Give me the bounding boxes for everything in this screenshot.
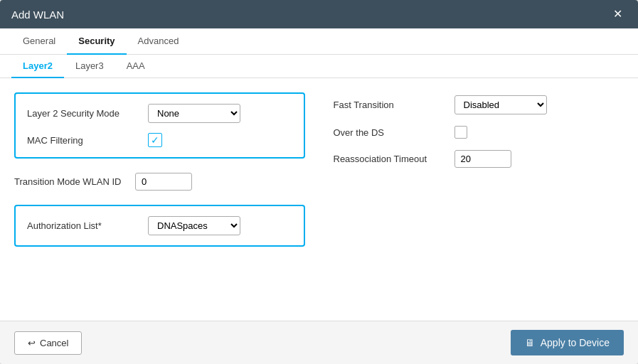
fast-transition-label: Fast Transition xyxy=(334,100,447,110)
mac-filtering-checkbox-cell[interactable]: ✓ xyxy=(148,133,162,147)
cancel-label: Cancel xyxy=(40,338,68,348)
over-ds-label: Over the DS xyxy=(334,127,447,138)
sub-tabs: Layer2 Layer3 AAA xyxy=(0,55,638,78)
security-mode-row: Layer 2 Security Mode None WPA+WPA2 802.… xyxy=(27,104,292,123)
right-panel: Fast Transition Disabled Enable Adaptive… xyxy=(334,92,624,306)
security-mode-label: Layer 2 Security Mode xyxy=(27,108,141,119)
modal-title: Add WLAN xyxy=(11,9,64,21)
tab-aaa[interactable]: AAA xyxy=(115,55,156,78)
tab-security[interactable]: Security xyxy=(67,28,126,55)
reassociation-timeout-row: Reassociation Timeout xyxy=(334,150,624,168)
tab-advanced[interactable]: Advanced xyxy=(127,28,191,55)
auth-list-select[interactable]: DNASpaces Default Custom xyxy=(148,216,240,235)
cancel-icon: ↩ xyxy=(28,338,36,348)
auth-list-row: Authorization List* DNASpaces Default Cu… xyxy=(27,216,292,235)
tab-layer2[interactable]: Layer2 xyxy=(11,55,64,78)
modal-close-button[interactable]: ✕ xyxy=(609,7,627,21)
left-panel: Layer 2 Security Mode None WPA+WPA2 802.… xyxy=(14,92,305,306)
mac-filtering-label: MAC Filtering xyxy=(27,135,141,146)
over-ds-row: Over the DS xyxy=(334,126,624,139)
reassociation-timeout-input[interactable] xyxy=(454,150,511,168)
security-mode-select[interactable]: None WPA+WPA2 802.1X xyxy=(148,104,240,123)
fast-transition-select[interactable]: Disabled Enable Adaptive xyxy=(454,95,547,114)
transition-mode-row: Transition Mode WLAN ID xyxy=(14,167,305,196)
modal-footer: ↩ Cancel 🖥 Apply to Device xyxy=(0,321,638,364)
apply-icon: 🖥 xyxy=(525,337,535,348)
mac-filtering-row: MAC Filtering ✓ xyxy=(27,133,292,147)
apply-to-device-button[interactable]: 🖥 Apply to Device xyxy=(511,330,624,355)
tab-layer3[interactable]: Layer3 xyxy=(64,55,115,78)
apply-label: Apply to Device xyxy=(541,337,610,348)
tab-general[interactable]: General xyxy=(11,28,67,55)
transition-mode-label: Transition Mode WLAN ID xyxy=(14,176,128,187)
transition-mode-input[interactable] xyxy=(135,173,192,191)
modal-header: Add WLAN ✕ xyxy=(0,0,638,28)
auth-list-label: Authorization List* xyxy=(27,220,141,231)
over-ds-checkbox[interactable] xyxy=(454,126,467,139)
modal-body: Layer 2 Security Mode None WPA+WPA2 802.… xyxy=(0,78,638,321)
auth-list-box: Authorization List* DNASpaces Default Cu… xyxy=(14,205,305,247)
reassociation-timeout-label: Reassociation Timeout xyxy=(334,154,447,164)
security-mac-box: Layer 2 Security Mode None WPA+WPA2 802.… xyxy=(14,92,305,159)
fast-transition-row: Fast Transition Disabled Enable Adaptive xyxy=(334,95,624,114)
mac-filtering-check: ✓ xyxy=(151,135,159,145)
add-wlan-modal: Add WLAN ✕ General Security Advanced Lay… xyxy=(0,0,638,364)
main-tabs: General Security Advanced xyxy=(0,28,638,55)
cancel-button[interactable]: ↩ Cancel xyxy=(14,331,82,355)
